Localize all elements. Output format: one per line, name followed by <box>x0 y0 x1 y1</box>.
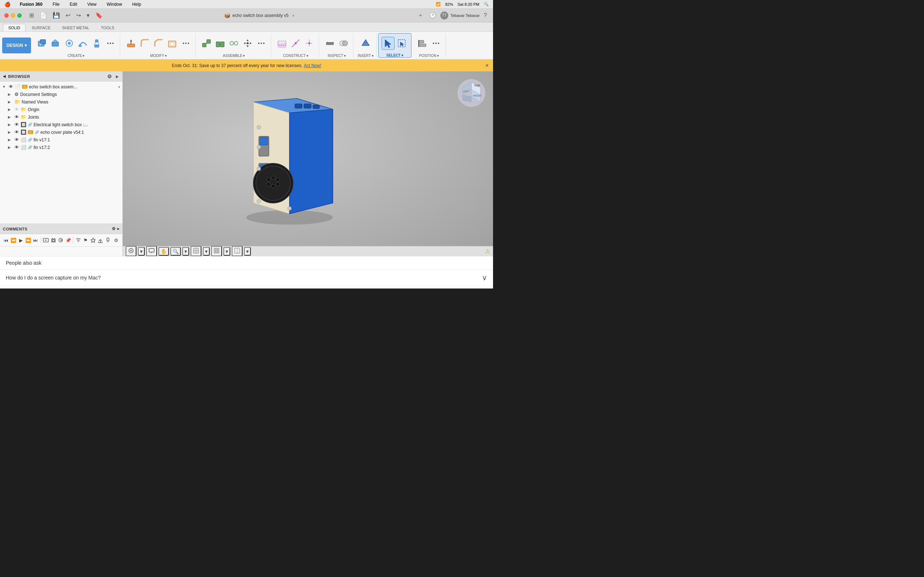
design-mode-button[interactable]: DESIGN ▾ <box>2 37 31 53</box>
add-tab-button[interactable]: ＋ <box>416 11 425 20</box>
browser-settings-button[interactable]: ⚙ <box>106 73 113 80</box>
status-warning-icon[interactable]: ⚠ <box>485 248 490 255</box>
position-more-button[interactable] <box>430 37 443 50</box>
settings-button[interactable]: ⚙ <box>113 235 120 245</box>
root-expand-arrow[interactable]: ▼ <box>2 85 7 89</box>
tree-item-fin-1[interactable]: ▶ 👁 ⬜ 🔗 fin v17:1 <box>0 136 122 143</box>
extrude-button[interactable] <box>49 37 62 50</box>
export-button[interactable] <box>97 235 104 245</box>
notification-link[interactable]: Act Now! <box>304 63 321 68</box>
user-avatar[interactable]: TT <box>440 11 448 19</box>
tree-item-electrical[interactable]: ▶ 👁 🔲 🔗 Electrical light switch box :... <box>0 121 122 128</box>
tree-item-echo-cover[interactable]: ▶ 👁 🔲 ⚠ 🔗 echo cover plate v54:1 <box>0 128 122 136</box>
tab-surface[interactable]: SURFACE <box>26 24 56 31</box>
menu-help[interactable]: Help <box>130 1 143 8</box>
press-pull-button[interactable] <box>124 37 137 50</box>
motion-link-button[interactable] <box>228 37 241 50</box>
loft-button[interactable] <box>90 37 103 50</box>
tab-tools[interactable]: TOOLS <box>95 24 120 31</box>
animate-button[interactable] <box>43 235 49 245</box>
pin-2-button[interactable] <box>90 235 96 245</box>
undo-dropdown-icon[interactable]: ▾ <box>85 11 91 20</box>
echo-cover-expand[interactable]: ▶ <box>8 130 13 134</box>
sweep-button[interactable] <box>76 37 89 50</box>
view-cube[interactable]: TOP FRONT LEFT <box>457 79 486 108</box>
bookmark-icon[interactable]: 🔖 <box>94 11 104 20</box>
minimize-window-button[interactable] <box>11 13 15 18</box>
revolve-button[interactable] <box>63 37 76 50</box>
history-icon[interactable]: 🕐 <box>427 11 438 20</box>
construct-point-button[interactable] <box>303 37 316 50</box>
named-views-expand[interactable]: ▶ <box>8 100 13 104</box>
menu-view[interactable]: View <box>85 1 99 8</box>
next-button[interactable]: ⏩ <box>25 235 32 245</box>
redo-icon[interactable]: ↪ <box>74 11 82 20</box>
display-dropdown-button[interactable]: ▾ <box>203 247 210 256</box>
grid-display-button[interactable] <box>211 246 222 256</box>
shell-button[interactable] <box>166 37 179 50</box>
replay-button[interactable] <box>57 235 64 245</box>
construct-axis-button[interactable] <box>289 37 302 50</box>
new-component-button[interactable]: + <box>36 37 48 50</box>
as-built-joint-button[interactable] <box>214 37 227 50</box>
menu-file[interactable]: File <box>50 1 62 8</box>
doc-settings-expand[interactable]: ▶ <box>8 92 13 96</box>
offset-plane-button[interactable] <box>275 37 288 50</box>
tab-solid[interactable]: SOLID <box>3 24 26 31</box>
search-q1-expand[interactable]: ∨ <box>482 273 487 282</box>
move-copy-button[interactable] <box>241 37 254 50</box>
maximize-window-button[interactable] <box>17 13 22 18</box>
grid-dropdown-button[interactable]: ▾ <box>223 247 230 256</box>
pan-button[interactable]: ✋ <box>158 247 169 256</box>
fin2-expand[interactable]: ▶ <box>8 145 13 149</box>
tab-sheet-metal[interactable]: SHEET METAL <box>57 24 95 31</box>
filter-button[interactable] <box>75 235 82 245</box>
app-name[interactable]: Fusion 360 <box>18 1 45 8</box>
search-result-row-1[interactable]: How do I do a screen capture on my Mac? … <box>0 270 493 286</box>
play-button[interactable]: ▶ <box>18 235 24 245</box>
close-tab-button[interactable]: × <box>291 13 296 18</box>
new-file-icon[interactable]: 📄 <box>38 11 49 20</box>
viewport[interactable]: TOP FRONT LEFT ▾ ✋ <box>123 71 493 256</box>
zoom-button[interactable]: 🔍 <box>170 247 181 256</box>
pin-1-button[interactable]: 📌 <box>65 235 71 245</box>
align-button[interactable] <box>416 37 429 50</box>
tree-item-joints[interactable]: ▶ 👁 📁 Joints <box>0 113 122 121</box>
browser-collapse-arrow[interactable]: ◀ <box>3 74 6 78</box>
notification-close-button[interactable]: × <box>485 62 489 69</box>
snap-button[interactable] <box>126 246 136 256</box>
display-settings-button[interactable] <box>146 246 157 256</box>
display-mode-button[interactable] <box>191 246 201 256</box>
interference-button[interactable] <box>337 37 350 50</box>
joints-expand[interactable]: ▶ <box>8 115 13 119</box>
apple-logo-icon[interactable]: 🍎 <box>4 2 10 7</box>
electrical-expand[interactable]: ▶ <box>8 122 13 127</box>
grid-icon[interactable]: ⊞ <box>27 11 36 20</box>
search-icon[interactable]: 🔍 <box>484 2 489 6</box>
help-icon[interactable]: ? <box>482 11 489 20</box>
undo-icon[interactable]: ↩ <box>64 11 72 20</box>
measure-button[interactable] <box>323 37 336 50</box>
tree-item-fin-2[interactable]: ▶ 👁 ⬜ 🔗 fin v17:2 <box>0 143 122 151</box>
snap-dropdown-button[interactable]: ▾ <box>138 247 145 256</box>
zoom-dropdown-button[interactable]: ▾ <box>182 247 189 256</box>
pin-3-button[interactable] <box>105 235 111 245</box>
modify-more-button[interactable] <box>179 37 192 50</box>
close-window-button[interactable] <box>4 13 9 18</box>
tree-item-origin[interactable]: ▶ 👁 📁 Origin <box>0 106 122 113</box>
layout-button[interactable] <box>232 246 242 256</box>
menu-window[interactable]: Window <box>105 1 124 8</box>
flag-button[interactable]: ⚑ <box>82 235 89 245</box>
search-result-row-2[interactable]: How do I take a screenshot on my MacBook… <box>0 286 493 288</box>
3d-model-view[interactable] <box>217 81 362 232</box>
browser-resize-button[interactable]: ▸ <box>115 73 120 80</box>
tree-item-named-views[interactable]: ▶ 📁 Named Views <box>0 98 122 106</box>
save-icon[interactable]: 💾 <box>51 11 62 20</box>
layout-dropdown-button[interactable]: ▾ <box>244 247 251 256</box>
fillet-button[interactable] <box>138 37 151 50</box>
menu-edit[interactable]: Edit <box>68 1 79 8</box>
joint-button[interactable] <box>200 37 213 50</box>
go-to-start-button[interactable]: ⏮ <box>3 235 10 245</box>
insert-mesh-button[interactable] <box>359 37 372 50</box>
tree-item-document-settings[interactable]: ▶ ⚙ Document Settings <box>0 90 122 98</box>
